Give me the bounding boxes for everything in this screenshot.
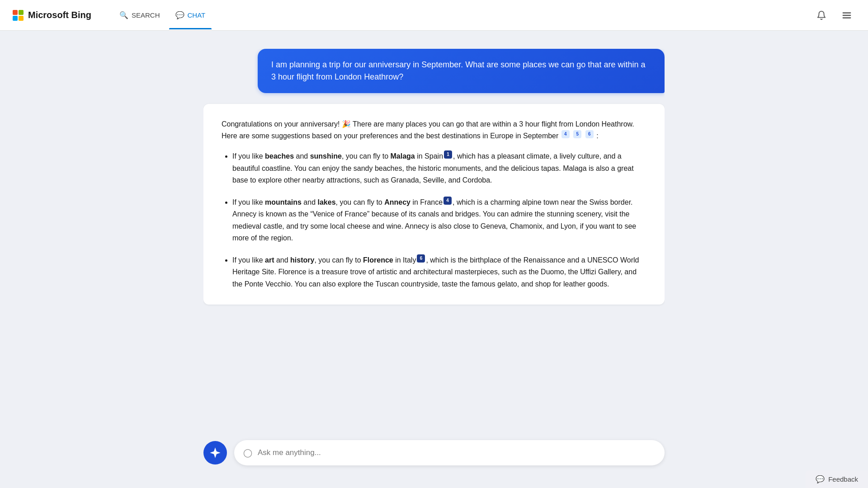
input-search-icon: ◯: [243, 448, 252, 458]
logo-area[interactable]: Microsoft Bing: [13, 10, 91, 21]
citation-6[interactable]: 6: [585, 130, 594, 138]
chat-icon: 💬: [175, 11, 184, 19]
menu-button[interactable]: [838, 7, 855, 24]
nav-items: 🔍 SEARCH 💬 CHAT: [113, 7, 212, 23]
nav-search-label: SEARCH: [132, 11, 160, 19]
brand-name: Microsoft Bing: [28, 10, 91, 20]
list-item-malaga: If you like beaches and sunshine, you ca…: [232, 150, 646, 187]
search-input-wrap[interactable]: ◯: [234, 440, 665, 465]
ai-list: If you like beaches and sunshine, you ca…: [232, 150, 646, 290]
list-item-annecy: If you like mountains and lakes, you can…: [232, 197, 646, 244]
hamburger-icon: [842, 10, 852, 20]
nav-search[interactable]: 🔍 SEARCH: [113, 7, 166, 23]
citation-5[interactable]: 5: [573, 130, 581, 138]
citation-4[interactable]: 4: [561, 130, 570, 138]
user-message-wrap: I am planning a trip for our anniversary…: [203, 49, 665, 93]
chat-container: I am planning a trip for our anniversary…: [203, 49, 665, 488]
citation-4b[interactable]: 4: [443, 197, 452, 205]
search-icon: 🔍: [119, 11, 128, 19]
bell-icon: [816, 10, 826, 20]
citation-6b[interactable]: 6: [417, 254, 425, 263]
feedback-icon: 💬: [816, 475, 825, 483]
bing-avatar-button[interactable]: [203, 441, 227, 465]
input-area: ◯: [203, 440, 665, 465]
chat-input[interactable]: [258, 448, 656, 457]
main-content: I am planning a trip for our anniversary…: [0, 31, 868, 488]
nav-chat[interactable]: 💬 CHAT: [169, 7, 212, 23]
user-message: I am planning a trip for our anniversary…: [258, 49, 665, 93]
ai-intro: Congratulations on your anniversary! 🎉 T…: [222, 118, 646, 142]
list-item-florence: If you like art and history, you can fly…: [232, 254, 646, 291]
feedback-button[interactable]: 💬 Feedback: [806, 470, 868, 488]
nav-right: [813, 7, 855, 24]
feedback-label: Feedback: [828, 475, 858, 483]
citation-1[interactable]: 1: [444, 150, 452, 159]
bing-logo-icon: [13, 10, 24, 21]
bing-sparkle-icon: [209, 446, 222, 459]
notification-button[interactable]: [813, 7, 830, 24]
ai-response: Congratulations on your anniversary! 🎉 T…: [203, 104, 665, 305]
navbar: Microsoft Bing 🔍 SEARCH 💬 CHAT: [0, 0, 868, 31]
nav-chat-label: CHAT: [188, 11, 206, 19]
